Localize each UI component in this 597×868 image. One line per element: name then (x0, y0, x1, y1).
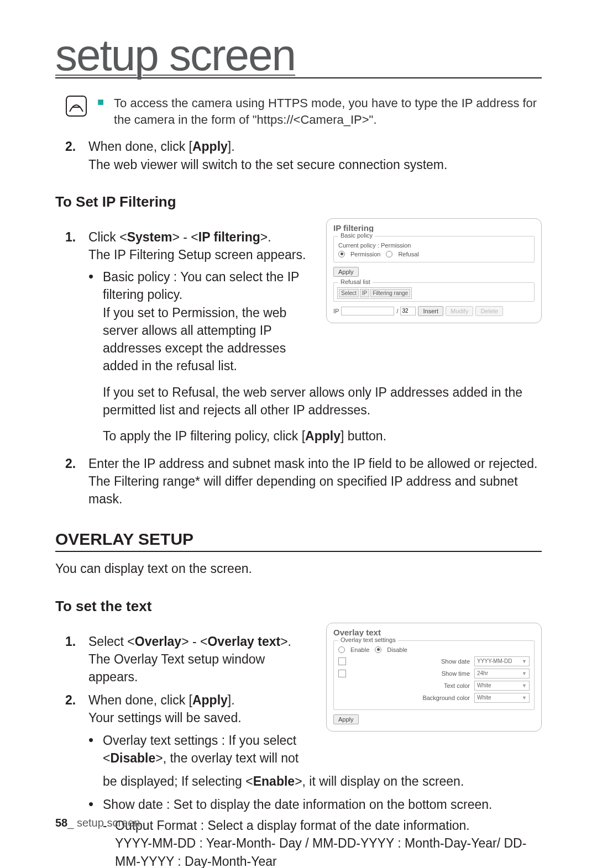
permission-label: Permission (350, 251, 380, 257)
panel-title: IP filtering (333, 223, 535, 233)
bullet-overlay-settings: Overlay text settings : If you select <D… (88, 732, 313, 767)
ip-label: IP (333, 308, 339, 314)
apply-description: To apply the IP filtering policy, click … (103, 427, 542, 445)
current-policy: Current policy : Permission (338, 242, 530, 249)
ip-step-2: Enter the IP address and subnet mask int… (65, 455, 542, 508)
disable-label: Disable (387, 646, 407, 653)
chevron-down-icon: ▼ (522, 671, 527, 676)
to-set-text-heading: To set the text (55, 598, 542, 615)
note-icon (65, 95, 87, 117)
enable-radio[interactable] (338, 646, 345, 653)
basic-policy-fieldset: Basic policy Current policy : Permission… (333, 236, 535, 262)
show-time-checkbox[interactable] (338, 670, 346, 677)
note-text: To access the camera using HTTPS mode, y… (114, 95, 542, 128)
enable-label: Enable (350, 646, 369, 653)
overlay-step-2: When done, click [Apply]. Your settings … (65, 691, 313, 767)
svg-rect-0 (66, 96, 86, 116)
note-block: ■ To access the camera using HTTPS mode,… (65, 95, 542, 128)
insert-button[interactable]: Insert (418, 306, 443, 316)
overlay-intro: You can display text on the screen. (55, 560, 542, 577)
chevron-down-icon: ▼ (522, 695, 527, 701)
refusal-table: Select IP Filtering range (337, 287, 412, 299)
disable-radio[interactable] (375, 646, 381, 653)
ip-filtering-panel: IP filtering Basic policy Current policy… (326, 218, 542, 323)
footer-label: setup screen (77, 817, 140, 829)
chevron-down-icon: ▼ (522, 659, 527, 664)
show-date-label: Show date (350, 658, 470, 665)
overlay-text-panel: Overlay text Overlay text settings Enabl… (326, 623, 542, 732)
th-range: Filtering range (370, 289, 410, 297)
bullet-icon: ■ (97, 96, 104, 128)
step-text-line2: The web viewer will switch to the set se… (88, 157, 447, 172)
overlay-step-1: Select <Overlay> - <Overlay text>. The O… (65, 633, 313, 686)
overlay-settings-legend: Overlay text settings (338, 636, 398, 643)
cidr-input[interactable] (400, 307, 416, 315)
overlay-settings-fieldset: Overlay text settings Enable Disable Sho… (333, 640, 535, 710)
apply-label: Apply (192, 139, 228, 154)
step-text: When done, click [ (88, 139, 192, 154)
page-number: 58 (55, 817, 67, 829)
apply-button[interactable]: Apply (333, 714, 359, 724)
th-ip: IP (360, 289, 369, 297)
text-color-label: Text color (349, 682, 470, 689)
permission-radio[interactable] (338, 251, 345, 257)
dash-output-format: Output Format : Select a display format … (103, 817, 542, 868)
panel-title: Overlay text (333, 628, 535, 637)
bg-color-select[interactable]: White▼ (474, 693, 530, 703)
refusal-list-fieldset: Refusal list Select IP Filtering range (333, 282, 535, 302)
bg-color-label: Background color (349, 695, 470, 701)
refusal-description: If you set to Refusal, the web server al… (103, 383, 542, 419)
ip-input[interactable] (341, 307, 394, 315)
show-time-select[interactable]: 24hr▼ (474, 669, 530, 678)
refusal-list-legend: Refusal list (338, 278, 373, 285)
refusal-label: Refusal (398, 251, 418, 257)
basic-policy-legend: Basic policy (338, 232, 375, 239)
overlay-setup-heading: OVERLAY SETUP (55, 530, 542, 552)
chevron-down-icon: ▼ (522, 683, 527, 688)
show-date-select[interactable]: YYYY-MM-DD▼ (474, 656, 530, 666)
text-color-select[interactable]: White▼ (474, 681, 530, 691)
bullet-basic-policy: Basic policy : You can select the IP fil… (88, 268, 313, 375)
show-time-label: Show time (350, 670, 470, 677)
delete-button[interactable]: Delete (475, 306, 503, 316)
ip-filtering-heading: To Set IP Filtering (55, 193, 542, 211)
th-select: Select (339, 289, 359, 297)
step-text-suffix: ]. (228, 139, 235, 154)
page-footer: 58_ setup screen (55, 817, 140, 829)
https-step-2: When done, click [Apply]. The web viewer… (65, 138, 542, 173)
page-heading: setup screen (55, 33, 542, 78)
ip-step-1: Click <System> - <IP filtering>. The IP … (65, 228, 313, 375)
apply-button[interactable]: Apply (333, 267, 359, 277)
show-date-checkbox[interactable] (338, 657, 346, 665)
overlay-settings-cont: be displayed; If selecting <Enable>, it … (103, 772, 542, 790)
bullet-show-date: Show date : Set to display the date info… (88, 796, 542, 868)
footer-sep: _ (67, 817, 77, 829)
refusal-radio[interactable] (386, 251, 392, 257)
modify-button[interactable]: Modify (446, 306, 473, 316)
